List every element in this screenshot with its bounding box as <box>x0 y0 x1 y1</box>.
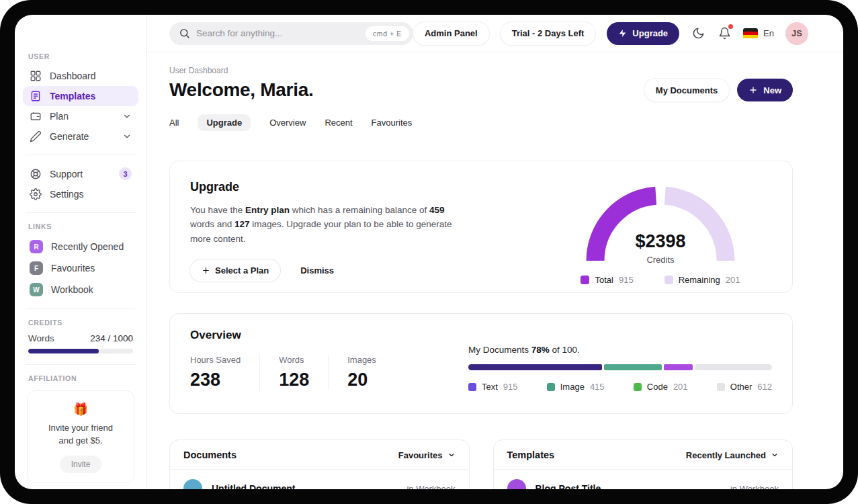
moon-icon <box>692 27 705 40</box>
link-tile-f: F <box>30 261 43 275</box>
document-icon <box>30 90 42 102</box>
document-title: Untitled Document <box>212 483 295 489</box>
sidebar-link-workbook[interactable]: W Workbook <box>23 279 138 300</box>
templates-filter-dropdown[interactable]: Recently Launched <box>686 450 779 460</box>
upgrade-card-text: You have the Entry plan which has a rema… <box>190 203 459 246</box>
germany-flag-icon <box>743 28 758 39</box>
credits-words-label: Words <box>28 333 54 343</box>
notifications-button[interactable] <box>717 26 732 41</box>
link-tile-w: W <box>30 283 43 296</box>
legend-item-total: Total 915 <box>581 275 633 285</box>
progress-caption: My Documents 78% of 100. <box>468 345 772 355</box>
chevron-down-icon <box>122 132 132 141</box>
sidebar-link-recently-opened[interactable]: R Recently Opened <box>23 236 138 257</box>
sidebar-item-dashboard[interactable]: Dashboard <box>23 66 138 86</box>
credits-progress-track <box>28 349 133 353</box>
documents-filter-dropdown[interactable]: Favourites <box>398 450 456 460</box>
dark-mode-toggle[interactable] <box>691 26 705 41</box>
chevron-down-icon <box>771 451 779 459</box>
sidebar-section-links: LINKS <box>28 222 133 230</box>
sidebar-item-generate[interactable]: Generate <box>23 126 138 146</box>
my-documents-button[interactable]: My Documents <box>644 79 729 101</box>
gauge-caption: Credits <box>580 255 741 265</box>
legend-item-text: Text 915 <box>468 382 518 392</box>
sidebar-item-settings[interactable]: Settings <box>23 184 138 204</box>
template-thumbnail <box>507 479 526 489</box>
credits-progress-fill <box>28 349 99 353</box>
stat-images: Images 20 <box>347 355 395 390</box>
template-title: Blog Post Title <box>535 483 601 489</box>
sidebar-item-label: Templates <box>50 91 95 101</box>
chevron-down-icon <box>122 112 132 121</box>
upgrade-button[interactable]: Upgrade <box>607 22 679 45</box>
breadcrumb: User Dashboard <box>169 66 793 75</box>
legend-swatch <box>581 276 589 284</box>
new-button[interactable]: New <box>737 79 793 101</box>
select-plan-button[interactable]: Select a Plan <box>190 259 280 282</box>
document-row[interactable]: Untitled Document in Workbook <box>170 470 469 489</box>
tab-upgrade[interactable]: Upgrade <box>198 114 251 131</box>
plus-icon <box>748 85 758 95</box>
bar-segment-text <box>468 364 602 370</box>
credits-words-row: Words 234 / 1000 <box>28 333 133 343</box>
sidebar-item-label: Dashboard <box>50 71 96 81</box>
documents-card: Documents Favourites Untitled Document i… <box>169 439 470 489</box>
legend-item-other: Other 612 <box>717 382 772 392</box>
avatar[interactable]: JS <box>785 22 808 45</box>
tab-all[interactable]: All <box>169 114 179 131</box>
bar-segment-other <box>695 364 772 370</box>
main-area: cmd + E Admin Panel Trial - 2 Days Left … <box>148 15 843 489</box>
gift-icon: 🎁 <box>33 402 128 417</box>
template-location: in Workbook <box>730 484 779 490</box>
templates-card-title: Templates <box>507 450 555 460</box>
plus-icon <box>202 266 210 275</box>
gear-icon <box>30 188 42 200</box>
tab-favourites[interactable]: Favourites <box>372 114 413 131</box>
search-input[interactable] <box>196 28 359 38</box>
sidebar-link-label: Favourites <box>51 263 95 274</box>
legend-swatch <box>468 383 476 391</box>
sidebar-item-support[interactable]: Support 3 <box>23 163 138 184</box>
device-frame: USER Dashboard Templates Plan Generate S… <box>0 0 858 504</box>
legend-swatch <box>717 383 725 391</box>
admin-panel-button[interactable]: Admin Panel <box>413 22 489 45</box>
tab-bar: All Upgrade Overview Recent Favourites <box>169 114 793 131</box>
notification-dot <box>728 24 733 29</box>
sidebar-item-label: Plan <box>50 111 69 122</box>
lightning-icon <box>618 29 627 38</box>
legend-item-image: Image 415 <box>547 382 605 392</box>
documents-card-title: Documents <box>183 450 237 460</box>
dismiss-button[interactable]: Dismiss <box>300 265 334 276</box>
trial-status-badge[interactable]: Trial - 2 Days Left <box>501 22 596 45</box>
stacked-bar <box>468 364 772 370</box>
language-selector[interactable]: En <box>743 28 774 39</box>
sidebar-item-plan[interactable]: Plan <box>23 106 138 126</box>
template-row[interactable]: Blog Post Title in Workbook <box>494 470 793 489</box>
tab-overview[interactable]: Overview <box>269 114 306 131</box>
search-bar[interactable]: cmd + E <box>169 22 413 45</box>
affiliation-text: Invite your friend and get $5. <box>33 422 128 448</box>
sidebar-item-templates[interactable]: Templates <box>23 86 138 106</box>
legend-swatch <box>664 276 673 284</box>
sidebar-link-label: Recently Opened <box>51 241 124 252</box>
legend-swatch <box>634 383 642 391</box>
wallet-icon <box>30 110 42 122</box>
invite-button[interactable]: Invite <box>60 456 102 473</box>
stacked-bar-legend: Text 915 Image 415 Code 201 <box>468 382 772 392</box>
link-tile-r: R <box>30 240 43 253</box>
overview-card-title: Overview <box>190 329 414 342</box>
sidebar-link-label: Workbook <box>51 284 93 295</box>
sidebar-section-affiliation: AFFILIATION <box>28 374 133 382</box>
search-icon <box>179 28 190 39</box>
topbar-actions: Admin Panel Trial - 2 Days Left Upgrade <box>413 22 808 45</box>
tab-recent[interactable]: Recent <box>325 114 352 131</box>
legend-swatch <box>547 383 555 391</box>
document-thumbnail <box>183 479 202 489</box>
credits-words-value: 234 / 1000 <box>90 333 133 343</box>
sidebar-item-label: Settings <box>50 189 84 200</box>
gauge-value: $2398 <box>580 231 741 252</box>
credits-gauge-chart: $2398 Credits Total 915 Remaining <box>553 180 768 274</box>
sidebar-link-favourites[interactable]: F Favourites <box>23 257 138 279</box>
bar-segment-code <box>664 364 693 370</box>
grid-icon <box>30 70 42 82</box>
